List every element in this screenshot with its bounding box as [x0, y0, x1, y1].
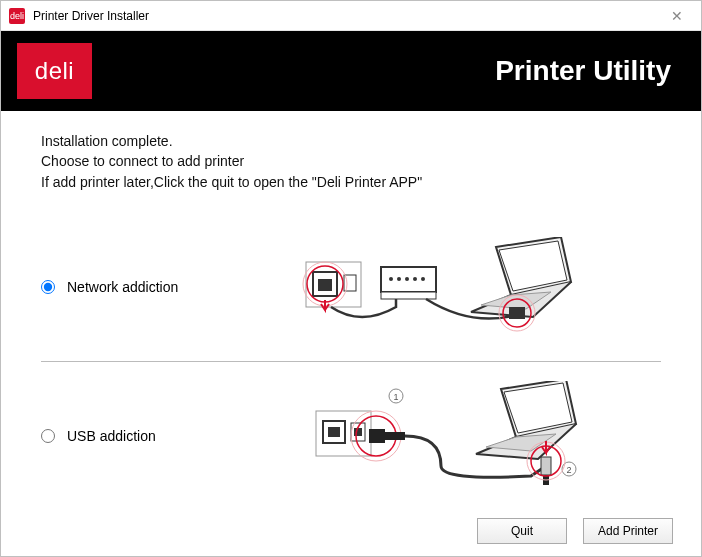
- svg-point-11: [413, 277, 417, 281]
- quit-button[interactable]: Quit: [477, 518, 567, 544]
- connection-options: Network addiction: [41, 227, 661, 496]
- radio-usb[interactable]: USB addiction: [41, 428, 241, 444]
- laptop-icon: [471, 237, 571, 317]
- radio-usb-label: USB addiction: [67, 428, 156, 444]
- svg-rect-29: [541, 457, 551, 475]
- status-text: Installation complete. Choose to connect…: [41, 131, 661, 192]
- network-illustration: [241, 237, 661, 337]
- add-printer-button[interactable]: Add Printer: [583, 518, 673, 544]
- svg-rect-13: [509, 307, 525, 319]
- svg-point-12: [421, 277, 425, 281]
- svg-point-8: [389, 277, 393, 281]
- svg-text:2: 2: [566, 465, 571, 475]
- svg-rect-24: [354, 428, 362, 436]
- svg-rect-28: [385, 432, 405, 440]
- app-icon: deli: [9, 8, 25, 24]
- radio-network-label: Network addiction: [67, 279, 178, 295]
- options-divider: [41, 361, 661, 362]
- installer-window: deli Printer Driver Installer ✕ deli Pri…: [0, 0, 702, 557]
- banner: deli Printer Utility: [1, 31, 701, 111]
- svg-rect-7: [381, 292, 436, 299]
- usb-illustration: 1 2: [241, 386, 661, 486]
- content-area: Installation complete. Choose to connect…: [1, 111, 701, 506]
- svg-point-10: [405, 277, 409, 281]
- laptop-icon: [476, 381, 576, 459]
- status-line-2: Choose to connect to add printer: [41, 151, 661, 171]
- option-network: Network addiction: [41, 227, 661, 347]
- status-line-3: If add printer later,Click the quit to o…: [41, 172, 661, 192]
- radio-network[interactable]: Network addiction: [41, 279, 241, 295]
- svg-point-9: [397, 277, 401, 281]
- svg-rect-22: [328, 427, 340, 437]
- status-line-1: Installation complete.: [41, 131, 661, 151]
- logo-deli: deli: [17, 43, 92, 99]
- svg-rect-27: [369, 429, 385, 443]
- titlebar: deli Printer Driver Installer ✕: [1, 1, 701, 31]
- option-usb: USB addiction 1 2: [41, 376, 661, 496]
- radio-usb-input[interactable]: [41, 429, 55, 443]
- svg-rect-2: [318, 279, 332, 291]
- radio-network-input[interactable]: [41, 280, 55, 294]
- banner-title: Printer Utility: [495, 55, 671, 87]
- svg-text:1: 1: [393, 392, 398, 402]
- footer: Quit Add Printer: [1, 506, 701, 556]
- close-icon[interactable]: ✕: [661, 8, 693, 24]
- window-title: Printer Driver Installer: [33, 9, 661, 23]
